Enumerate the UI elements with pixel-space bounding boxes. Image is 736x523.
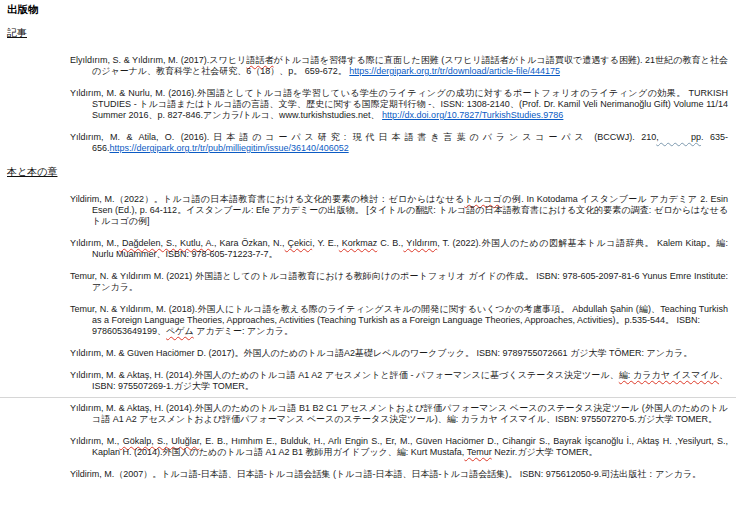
- books-reference-list: Yildirim, M.（2022）。トルコ語の日本語教育書における文化的要素の…: [7, 194, 728, 480]
- misspelled-text: トルコゴ: [464, 194, 502, 204]
- reference-text: , Y. E.,: [312, 238, 339, 248]
- reference-text: Elyıldırım, S. & Yıldırım, M. (2017).スワヒ…: [70, 55, 246, 65]
- reference-text: Yıldırım, M. & Aktaş, H. (2014).外国人のためのト…: [70, 370, 619, 380]
- reference-text: アカデミー: アンカラ。: [194, 326, 293, 336]
- section-books: 本と本の章 Yildirim, M.（2022）。トルコ語の日本語教育書における…: [7, 166, 728, 480]
- reference-text: Yıldırım, M. & Aktaş, H. (2014).外国人のためのト…: [70, 403, 728, 424]
- reference-text: Yıldırım, M.,: [70, 238, 119, 248]
- reference-item: Yıldırım, M., Dağdelen, S., Kutlu, A., K…: [7, 238, 728, 260]
- reference-item: Elyıldırım, S. & Yıldırım, M. (2017).スワヒ…: [7, 55, 728, 77]
- misspelled-text: Dağdelen, S., Kutlu, A.: [119, 238, 214, 248]
- misspelled-text: Temur: [464, 447, 491, 457]
- reference-text: 9786053649199、: [92, 326, 166, 336]
- misspelled-text: 語話者: [246, 55, 273, 65]
- reference-text: Temur, N. & Yıldırım, M. (2018).外国人にトルコ語…: [70, 304, 728, 325]
- reference-link[interactable]: https://dergipark.org.tr/tr/pub/milliegi…: [110, 143, 349, 153]
- publication-document: 出版物 記事 Elyıldırım, S. & Yıldırım, M. (20…: [0, 0, 736, 480]
- horizontal-divider: [0, 397, 736, 398]
- reference-link[interactable]: https://dergipark.org.tr/tr/download/art…: [349, 66, 560, 76]
- reference-text: Yildirim, M.（2022）。トルコ語の日本語教育書における文化的要素の…: [70, 194, 464, 204]
- misspelled-text: Çekici: [285, 238, 313, 248]
- reference-text: Yıldırım, M. & Güven Haciömer D. (2017)。…: [70, 348, 692, 358]
- misspelled-text: Gökalp, S., Uluğlar: [119, 436, 199, 446]
- reference-text: C. B.,: [377, 238, 403, 248]
- reference-text: Yildirim, M.（2007）。トルコ語-日本語、日本語-トルコ語会話集 …: [70, 469, 701, 479]
- reference-text: , Kara Özkan, N.,: [214, 238, 285, 248]
- reference-item: Temur, N. & Yıldırım M. (2021) 外国語としてのトル…: [7, 271, 728, 293]
- reference-item: Yıldırım, M., Gökalp, S., Uluğlar, E. B.…: [7, 436, 728, 458]
- section-articles: 記事 Elyıldırım, S. & Yıldırım, M. (2017).…: [7, 27, 728, 154]
- reference-text: Yıldırım, M.,: [70, 436, 119, 446]
- reference-text: Yıldırım, M. & Atila, O. (2016).日本語のコーパス…: [70, 132, 656, 142]
- reference-item: Temur, N. & Yıldırım, M. (2018).外国人にトルコ語…: [7, 304, 728, 337]
- reference-item: Yildirim, M.（2022）。トルコ語の日本語教育書における文化的要素の…: [7, 194, 728, 227]
- section-heading-books: 本と本の章: [7, 166, 728, 177]
- reference-item: Yıldırım, M. & Atila, O. (2016).日本語のコーパス…: [7, 132, 728, 154]
- articles-reference-list: Elyıldırım, S. & Yıldırım, M. (2017).スワヒ…: [7, 55, 728, 154]
- misspelled-text: Yıldırım: [403, 238, 437, 248]
- grammar-flagged-text: , pp: [656, 132, 701, 142]
- reference-link[interactable]: http://dx.doi.org/10.7827/TurkishStudies…: [382, 110, 563, 120]
- page-title: 出版物: [7, 4, 728, 15]
- reference-text: Nezir.ガジ大学 TOMER。: [492, 447, 598, 457]
- misspelled-text: ペゲム: [166, 326, 194, 336]
- reference-item: Yıldırım, M. & Güven Haciömer D. (2017)。…: [7, 348, 728, 359]
- reference-item: Yildirim, M.（2007）。トルコ語-日本語、日本語-トルコ語会話集 …: [7, 469, 728, 480]
- misspelled-text: 編: カラカヤ イスマイル: [619, 370, 719, 380]
- reference-item: Yıldırım, M. & Nurlu, M. (2016).外国語としてトル…: [7, 88, 728, 121]
- section-heading-articles: 記事: [7, 27, 728, 38]
- reference-item: Yıldırım, M. & Aktaş, H. (2014).外国人のためのト…: [7, 403, 728, 425]
- reference-text: Temur, N. & Yıldırım M. (2021) 外国語としてのトル…: [70, 271, 728, 292]
- misspelled-text: Korkmaz: [339, 238, 378, 248]
- reference-item: Yıldırım, M. & Aktaş, H. (2014).外国人のためのト…: [7, 370, 728, 392]
